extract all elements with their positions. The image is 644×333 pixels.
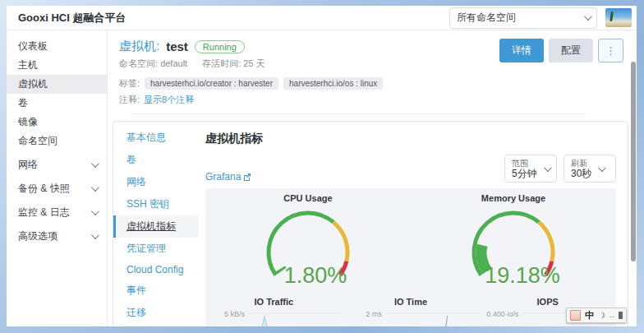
tab-label: 虚拟机指标 [126,220,176,232]
vm-kind-label: 虚拟机: [119,39,159,54]
app-title: Gooxi HCI 超融合平台 [18,11,126,25]
chevron-down-icon [91,231,99,239]
tab-networks[interactable]: 网络 [113,171,199,193]
sidebar-item-volumes[interactable]: 卷 [7,94,107,113]
chevron-down-icon [91,183,99,192]
chart-title: IOPS [479,297,616,307]
sidebar-item-images[interactable]: 镜像 [7,113,107,132]
chevron-down-icon [584,12,592,21]
ime-language-indicator[interactable]: 中 [585,311,594,320]
label-tag: harvesterhci.io/os : linux [283,77,383,90]
cpu-usage-gauge: CPU Usage 1.80% [205,193,411,294]
namespace-label: 命名空间: [119,58,158,68]
labels-label: 标签: [119,77,140,90]
config-button[interactable]: 配置 [549,39,593,62]
sidebar-item-hosts[interactable]: 主机 [7,56,107,75]
chevron-down-icon [91,160,99,168]
sidebar-item-backup-snapshot[interactable]: 备份 & 快照 [7,179,107,198]
sidebar-item-label: 命名空间 [18,135,58,147]
tab-events[interactable]: 事件 [113,280,199,302]
user-avatar[interactable] [605,8,632,27]
tab-label: 凭证管理 [126,243,166,254]
refresh-select[interactable]: 刷新30秒 [564,155,616,183]
chart-title: IO Time [343,297,480,307]
app-window: Gooxi HCI 超融合平台 所有命名空间 仪表板 主机 虚拟机 卷 镜像 [7,6,637,326]
chart-body: 2 ms 1.50 ms 1 ms [343,309,480,326]
app-header: Gooxi HCI 超融合平台 所有命名空间 [7,6,637,30]
tab-label: SSH 密钥 [126,198,169,210]
sidebar-item-advanced[interactable]: 高级选项 [7,227,107,246]
header-divider [131,113,586,114]
vm-age: 存活时间: 25 天 [202,58,264,70]
gauge-title: Memory Usage [411,193,616,203]
sidebar-item-virtual-machines[interactable]: 虚拟机 [7,75,107,94]
tab-volumes[interactable]: 卷 [113,149,199,171]
sidebar-item-namespaces[interactable]: 命名空间 [7,132,107,150]
io-time-plot [385,309,480,326]
ime-toolbar-handle-icon[interactable] [619,312,623,319]
range-value: 5分钟 [512,169,537,179]
ime-punctuation-icon[interactable]: ‥ [610,312,614,319]
sidebar-item-networks[interactable]: 网络 [7,155,107,174]
io-time-panel: IO Time 2 ms 1.50 ms 1 ms [343,297,480,326]
chevron-down-icon [598,164,606,172]
memory-gauge-chart: 19.18% [441,203,586,290]
show-annotations-link[interactable]: 显示8个注释 [144,94,194,106]
gauge-title: CPU Usage [205,193,411,203]
tab-cloud-config[interactable]: Cloud Config [113,260,199,280]
vm-actions: 详情 配置 ⋮ [499,39,623,62]
content-area: 虚拟机: test Running 命名空间: default 存活时间: 25… [108,30,637,326]
y-axis-labels: 0.400 io/s 0.300 io/s 0.200 io/s [479,309,522,326]
tab-label: 基本信息 [126,132,166,143]
tab-vm-metrics[interactable]: 虚拟机指标 [113,215,199,238]
y-tick: 2 ms [366,310,382,318]
details-button[interactable]: 详情 [499,39,544,62]
tab-label: 卷 [126,154,136,165]
tab-migration[interactable]: 迁移 [113,302,199,324]
window-frame: Gooxi HCI 超融合平台 所有命名空间 仪表板 主机 虚拟机 卷 镜像 [0,0,644,333]
more-actions-button[interactable]: ⋮ [598,39,623,62]
vertical-scrollbar[interactable] [631,62,636,261]
chart-row: IO Traffic 5 kB/s 4 kB/s 3 kB/s [205,297,616,326]
ime-toolbar[interactable]: 中 ☽ ‥ [566,308,627,323]
tab-credentials[interactable]: 凭证管理 [113,238,199,260]
sidebar-item-label: 高级选项 [18,230,58,243]
tab-ssh-keys[interactable]: SSH 密钥 [113,193,199,215]
tab-label: 事件 [126,284,146,296]
screenshot-stage: Gooxi HCI 超融合平台 所有命名空间 仪表板 主机 虚拟机 卷 镜像 [0,0,644,333]
ime-fullwidth-moon-icon[interactable]: ☽ [598,312,605,320]
annotations-label: 注释: [119,94,140,106]
ime-keyboard-icon[interactable] [570,310,581,321]
sidebar-item-label: 虚拟机 [18,78,48,90]
tab-label: Cloud Config [126,264,183,275]
refresh-value: 30秒 [571,169,591,179]
status-badge: Running [195,40,245,53]
namespace-value: default [160,58,187,68]
cpu-gauge-chart: 1.80% [236,203,380,290]
sidebar-item-dashboard[interactable]: 仪表板 [7,37,107,56]
app-body: 仪表板 主机 虚拟机 卷 镜像 命名空间 网络 备份 & 快照 监控 & 日志 … [7,30,637,326]
sidebar-item-label: 网络 [18,159,38,171]
chevron-down-icon [91,207,99,215]
sidebar-item-label: 卷 [18,97,28,109]
grafana-link[interactable]: Grafana [205,171,251,183]
memory-usage-gauge: Memory Usage 19.18% [411,193,616,294]
tags-row: 标签: harvesterhci.io/creator : harvester … [119,77,599,90]
namespace-filter-select[interactable]: 所有命名空间 [449,7,597,29]
kebab-menu-icon: ⋮ [605,44,616,57]
label-tag: harvesterhci.io/creator : harvester [145,77,278,90]
range-select[interactable]: 范围5分钟 [504,155,557,183]
sidebar-item-monitoring-logs[interactable]: 监控 & 日志 [7,203,107,222]
chart-title: IO Traffic [205,297,343,307]
vm-name: test [166,39,188,53]
io-traffic-panel: IO Traffic 5 kB/s 4 kB/s 3 kB/s [205,297,343,326]
gauge-row: CPU Usage 1.80% [205,193,616,294]
vm-header: 虚拟机: test Running 命名空间: default 存活时间: 25… [108,30,637,114]
metrics-dashboard: CPU Usage 1.80% [205,188,616,326]
sidebar-item-label: 主机 [18,59,38,72]
sidebar-item-label: 仪表板 [18,40,48,53]
metrics-panel: 虚拟机指标 Grafana 范围5分钟 [199,122,628,326]
tab-basic-info[interactable]: 基本信息 [113,127,199,149]
vm-namespace: 命名空间: default [119,58,187,70]
gauge-value: 1.80% [284,263,347,288]
